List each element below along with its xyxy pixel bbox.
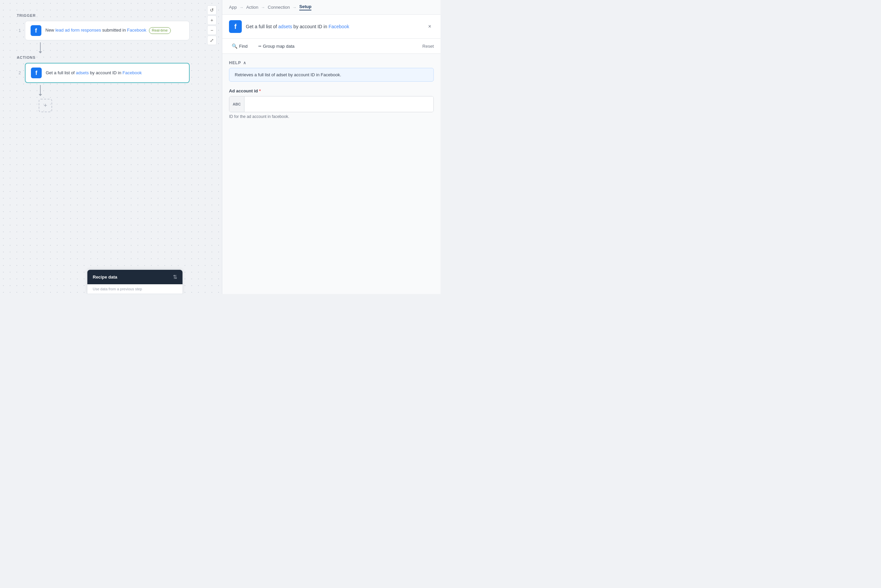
- panel-fb-icon: f: [229, 20, 242, 33]
- ad-account-id-section: Ad account id * ABC ID for the ad accoun…: [229, 88, 434, 119]
- connector-1: [17, 42, 205, 53]
- breadcrumb-app[interactable]: App: [229, 5, 237, 10]
- actions-label: ACTIONS: [17, 56, 205, 60]
- action-text: Get a full list of adsets by account ID …: [46, 70, 141, 76]
- trigger-text: New lead ad form responses submitted in …: [45, 27, 171, 34]
- help-box: Retrieves a full list of adset by accoun…: [229, 68, 434, 82]
- ad-account-id-help: ID for the ad account in facebook.: [229, 114, 434, 119]
- breadcrumb: App → Action → Connection → Setup: [222, 0, 440, 15]
- breadcrumb-arrow-1: →: [239, 5, 244, 10]
- help-label: HELP: [229, 60, 241, 65]
- help-toggle[interactable]: HELP ∧: [229, 60, 434, 65]
- close-button[interactable]: ×: [426, 22, 434, 31]
- panel-toolbar: 🔍 Find ▪▪ Group map data Reset: [222, 39, 440, 54]
- workflow-canvas: ↺ + − ⤢ TRIGGER 1 f New lead ad form res…: [0, 0, 222, 294]
- action-fb-icon: f: [31, 68, 42, 78]
- recipe-data-subtitle: Use data from a previous step: [87, 284, 183, 294]
- realtime-badge: Real-time: [149, 27, 171, 34]
- recipe-data-title: Recipe data: [93, 274, 117, 279]
- connector-2: [17, 85, 205, 96]
- ad-account-id-input[interactable]: [245, 96, 433, 112]
- add-step-button[interactable]: +: [39, 99, 52, 112]
- search-icon: 🔍: [232, 44, 238, 49]
- canvas-controls: ↺ + − ⤢: [207, 5, 216, 45]
- group-map-icon: ▪▪: [258, 44, 261, 48]
- action-row: 2 f Get a full list of adsets by account…: [17, 63, 205, 83]
- breadcrumb-arrow-3: →: [293, 5, 296, 10]
- recipe-data-panel[interactable]: Recipe data ⇅ Use data from a previous s…: [87, 270, 183, 294]
- action-number: 2: [17, 70, 21, 75]
- setup-panel: App → Action → Connection → Setup f Get …: [222, 0, 440, 294]
- breadcrumb-setup[interactable]: Setup: [299, 4, 311, 10]
- workflow-steps: TRIGGER 1 f New lead ad form responses s…: [0, 0, 222, 126]
- canvas-zoom-out-button[interactable]: −: [207, 26, 216, 35]
- group-map-button[interactable]: ▪▪ Group map data: [256, 42, 297, 50]
- recipe-data-header: Recipe data ⇅: [87, 270, 183, 284]
- panel-title: Get a full list of adsets by account ID …: [246, 24, 349, 29]
- add-step-area: +: [17, 99, 205, 112]
- breadcrumb-action[interactable]: Action: [246, 5, 258, 10]
- action-card[interactable]: f Get a full list of adsets by account I…: [25, 63, 189, 83]
- ad-account-id-input-wrapper: ABC: [229, 96, 434, 112]
- breadcrumb-connection[interactable]: Connection: [268, 5, 290, 10]
- recipe-data-toggle[interactable]: ⇅: [173, 274, 177, 280]
- canvas-zoom-in-button[interactable]: +: [207, 15, 216, 25]
- panel-header: f Get a full list of adsets by account I…: [222, 15, 440, 39]
- input-type-badge: ABC: [229, 96, 245, 112]
- canvas-fit-button[interactable]: ⤢: [207, 36, 216, 45]
- trigger-card[interactable]: f New lead ad form responses submitted i…: [25, 21, 189, 40]
- help-section: HELP ∧ Retrieves a full list of adset by…: [229, 60, 434, 82]
- canvas-reset-button[interactable]: ↺: [207, 5, 216, 15]
- ad-account-id-label: Ad account id *: [229, 88, 434, 93]
- panel-content: HELP ∧ Retrieves a full list of adset by…: [222, 54, 440, 294]
- breadcrumb-arrow-2: →: [261, 5, 265, 10]
- trigger-label: TRIGGER: [17, 14, 205, 18]
- help-chevron: ∧: [243, 60, 247, 65]
- trigger-fb-icon: f: [31, 25, 41, 36]
- find-button[interactable]: 🔍 Find: [229, 42, 250, 50]
- required-indicator: *: [259, 88, 261, 93]
- reset-button[interactable]: Reset: [422, 44, 434, 49]
- trigger-number: 1: [17, 28, 21, 33]
- help-description: Retrieves a full list of adset by accoun…: [235, 72, 341, 77]
- trigger-row: 1 f New lead ad form responses submitted…: [17, 21, 205, 40]
